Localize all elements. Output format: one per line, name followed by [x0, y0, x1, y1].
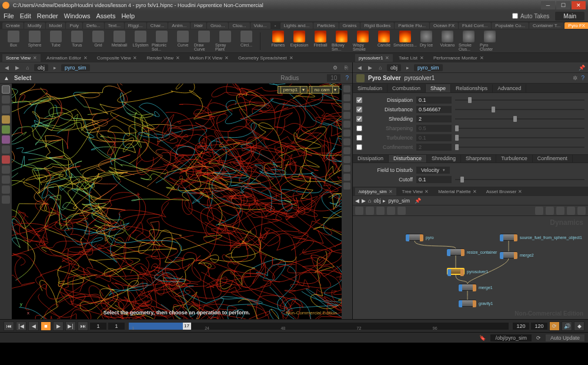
- parm-path-node[interactable]: pyro_sim: [414, 64, 443, 71]
- network-tab[interactable]: Material Palette ✕: [435, 188, 480, 195]
- curve-tool-icon[interactable]: [2, 165, 10, 174]
- display-icon[interactable]: [343, 85, 350, 92]
- shelf-tab[interactable]: Create: [2, 22, 24, 29]
- network-node[interactable]: pyrosolver1: [447, 268, 488, 275]
- field-to-disturb-dropdown[interactable]: Velocity: [416, 167, 450, 174]
- path-node[interactable]: pyro_sim: [61, 64, 90, 71]
- parm-tab[interactable]: Combustion: [387, 84, 426, 92]
- shading-icon[interactable]: [343, 121, 350, 128]
- end-frame[interactable]: 120: [531, 323, 547, 330]
- shelf-tool[interactable]: Candle: [374, 31, 394, 51]
- camera-dropdown[interactable]: no cam ▾: [309, 86, 339, 94]
- scale-tool-icon[interactable]: [2, 135, 10, 144]
- path-root[interactable]: obj: [34, 64, 48, 71]
- shelf-tab[interactable]: Volu...: [250, 22, 270, 29]
- shelf-tool[interactable]: LSystem: [131, 31, 151, 51]
- network-node[interactable]: gravity1: [459, 300, 493, 307]
- pin-icon[interactable]: 📌: [415, 198, 421, 204]
- nav-back-icon[interactable]: ◀: [355, 198, 359, 204]
- parm-value[interactable]: 0.546667: [416, 106, 452, 113]
- points-icon[interactable]: [343, 147, 350, 154]
- close-button[interactable]: ✕: [572, 1, 586, 9]
- parm-slider[interactable]: [455, 137, 584, 138]
- network-node[interactable]: source_fuel_from_sphere_object1: [500, 234, 582, 241]
- paste-icon[interactable]: [397, 207, 406, 215]
- parm-toggle[interactable]: [356, 125, 362, 131]
- gear-icon[interactable]: ⚙: [331, 64, 339, 72]
- shelf-tab[interactable]: Particle Flu...: [395, 22, 429, 29]
- menu-windows[interactable]: Windows: [64, 12, 91, 19]
- first-frame-button[interactable]: ⏮: [4, 321, 14, 331]
- 3d-viewport[interactable]: persp1 ▾ no cam ▾ yx Select the geometry…: [12, 84, 342, 319]
- shelf-tab[interactable]: Particles: [313, 22, 339, 29]
- shelf-tool[interactable]: Circl...: [236, 31, 256, 51]
- home-icon[interactable]: ⌂: [24, 64, 32, 72]
- parm-value[interactable]: 0.1: [416, 97, 452, 104]
- parm-tab[interactable]: Relationships: [451, 84, 493, 92]
- shelf-tool[interactable]: Draw Curve: [194, 31, 214, 51]
- network-node[interactable]: pyro: [406, 234, 434, 241]
- grid-icon[interactable]: [567, 207, 575, 215]
- tree-icon[interactable]: [366, 207, 374, 215]
- shelf-tab[interactable]: Populate Co...: [492, 22, 529, 29]
- shelf-tool[interactable]: Platonic Sol...: [152, 31, 172, 51]
- move-tool-icon[interactable]: [2, 115, 10, 124]
- shelf-tab[interactable]: Rigid Bodies: [360, 22, 394, 29]
- close-icon[interactable]: ✕: [480, 55, 484, 61]
- shelf-tool[interactable]: Wispy Smoke: [353, 31, 373, 51]
- list-icon[interactable]: [355, 207, 363, 215]
- menu-edit[interactable]: Edit: [20, 12, 31, 19]
- shelf-tab[interactable]: Defo...: [83, 22, 104, 29]
- net-path-node[interactable]: pyro_sim: [388, 198, 410, 204]
- pin-icon[interactable]: 📌: [577, 64, 586, 72]
- view-tool-icon[interactable]: [2, 195, 10, 204]
- shelf-tool[interactable]: Volcano: [437, 31, 457, 51]
- parm-tab[interactable]: Advanced: [493, 84, 526, 92]
- parm-subtab[interactable]: Turbulence: [496, 155, 533, 162]
- shelf-tab[interactable]: Text...: [105, 22, 124, 29]
- close-icon[interactable]: ✕: [518, 189, 522, 194]
- gear-icon[interactable]: ✲: [573, 75, 577, 81]
- nav-fwd-icon[interactable]: ▶: [362, 198, 366, 204]
- lock-icon[interactable]: [343, 94, 350, 101]
- shelf-tool[interactable]: Explosion: [289, 31, 309, 51]
- close-icon[interactable]: ✕: [133, 55, 137, 61]
- last-frame-button[interactable]: ⏭: [78, 321, 88, 331]
- shelf-tool[interactable]: Curve: [173, 31, 193, 51]
- network-node[interactable]: resize_container: [447, 248, 497, 256]
- ghost-icon[interactable]: [343, 103, 350, 110]
- update-mode-dropdown[interactable]: Auto Update: [546, 334, 584, 341]
- parm-toggle[interactable]: [356, 116, 362, 122]
- take-selector[interactable]: Main: [555, 12, 584, 21]
- node-network-view[interactable]: Dynamics Non-Commercial Edition pyrosour…: [353, 216, 588, 319]
- pane-tab[interactable]: pyrosolver1 ✕: [355, 54, 393, 62]
- group-icon[interactable]: [376, 207, 385, 215]
- prims-icon[interactable]: [343, 156, 350, 163]
- shapes-icon[interactable]: [546, 207, 554, 215]
- shelf-tool[interactable]: Box: [4, 31, 24, 51]
- nav-back-icon[interactable]: ◀: [355, 64, 363, 72]
- shelf-tab[interactable]: Hair: [191, 22, 206, 29]
- start-frame[interactable]: 1: [90, 323, 106, 330]
- parm-subtab[interactable]: Sharpness: [461, 155, 496, 162]
- link-icon[interactable]: ⎘: [342, 64, 350, 72]
- timeline-slider[interactable]: 17 124487296: [129, 323, 509, 330]
- minimize-button[interactable]: ─: [541, 1, 555, 9]
- bg-icon[interactable]: [343, 174, 350, 181]
- close-icon[interactable]: ✕: [33, 55, 37, 61]
- copy-icon[interactable]: [387, 207, 395, 215]
- brush-tool-icon[interactable]: [2, 105, 10, 114]
- nav-fwd-icon[interactable]: ▶: [13, 64, 21, 72]
- menu-file[interactable]: File: [4, 12, 14, 19]
- shelf-tab[interactable]: Groo...: [207, 22, 228, 29]
- cutoff-slider[interactable]: [455, 179, 584, 180]
- menu-assets[interactable]: Assets: [96, 12, 115, 19]
- play-button[interactable]: ▶: [53, 321, 64, 331]
- normals-icon[interactable]: [343, 138, 350, 145]
- parm-tab[interactable]: Simulation: [353, 84, 387, 92]
- close-icon[interactable]: ✕: [289, 55, 293, 61]
- parm-path-root[interactable]: obj: [387, 64, 401, 71]
- help-icon[interactable]: ?: [581, 75, 584, 81]
- lasso-tool-icon[interactable]: [2, 95, 10, 104]
- text-icon[interactable]: [343, 182, 350, 190]
